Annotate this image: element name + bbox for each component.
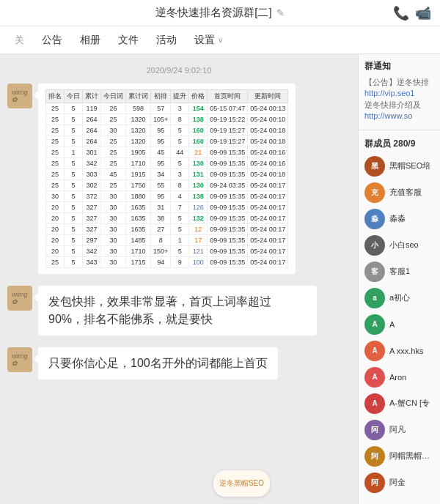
table-cell: 05-24 00:17 xyxy=(248,191,288,202)
header-title: 逆冬快速排名资源群[二] xyxy=(155,6,271,20)
table-cell: 119 xyxy=(83,103,101,114)
table-cell: 160 xyxy=(189,125,208,136)
member-name: A xyxy=(389,320,395,329)
phone-icon[interactable]: 📞 xyxy=(393,5,409,21)
member-avatar: a xyxy=(364,288,385,308)
table-cell: 20 xyxy=(46,224,65,235)
avatar-wimg-3: wimg✿ xyxy=(7,347,32,372)
table-cell: 21 xyxy=(189,147,208,158)
table-cell: 31 xyxy=(151,202,171,213)
table-cell: 1905 xyxy=(126,147,151,158)
table-cell: 09-19 15:27 xyxy=(208,125,248,136)
table-cell: 5 xyxy=(171,158,189,169)
sidebar-notice-content: 【公告】逆冬快排 http://vip.seo1 逆冬快排介绍及 http://… xyxy=(359,75,440,127)
sidebar-member-item[interactable]: AA-蟹CN [专 xyxy=(359,390,440,417)
text-bubble-2: 只要你信心足，100名开外的词都能上首页 xyxy=(38,347,278,379)
nav-activity[interactable]: 活动 xyxy=(147,28,186,53)
table-cell: 3 xyxy=(171,103,189,114)
table-cell: 30 xyxy=(101,235,126,246)
member-avatar: A xyxy=(364,393,385,414)
member-avatar: 黑 xyxy=(364,156,385,177)
table-cell: 25 xyxy=(46,257,65,268)
table-cell: 44 xyxy=(171,147,189,158)
sidebar-member-item[interactable]: AAron xyxy=(359,364,440,390)
table-cell: 95 xyxy=(151,191,171,202)
nav-announcement[interactable]: 公告 xyxy=(33,28,71,53)
table-cell: 05-24 00:10 xyxy=(248,114,288,125)
table-cell: 25 xyxy=(46,169,65,180)
navbar: 关 公告 相册 文件 活动 设置 ∨ xyxy=(0,26,440,54)
table-cell: 7 xyxy=(171,202,189,213)
nav-files[interactable]: 文件 xyxy=(109,28,147,53)
table-cell: 30 xyxy=(101,125,126,136)
table-cell: 121 xyxy=(189,246,208,257)
sidebar-member-item[interactable]: 充充值客服 xyxy=(359,179,440,206)
table-cell: 20 xyxy=(46,246,65,257)
table-cell: 09-09 15:35 xyxy=(208,213,248,224)
sidebar-member-item[interactable]: 阿阿帽黑帽SEO xyxy=(359,443,440,470)
brand-label: 逆冬黑帽SEO xyxy=(219,478,264,489)
table-cell: 09-09 15:35 xyxy=(208,246,248,257)
member-avatar: 充 xyxy=(364,182,385,203)
table-cell: 09-09 15:35 xyxy=(208,191,248,202)
table-cell: 5 xyxy=(171,136,189,147)
notice-link-2[interactable]: http://www.so xyxy=(364,111,412,120)
table-cell: 1 xyxy=(65,147,83,158)
sidebar-member-item[interactable]: 淼淼淼 xyxy=(359,206,440,232)
table-cell: 30 xyxy=(101,191,126,202)
member-name: 黑帽SEO培 xyxy=(389,160,430,171)
table-cell: 5 xyxy=(65,180,83,191)
table-cell: 20 xyxy=(46,235,65,246)
table-cell: 27 xyxy=(151,224,171,235)
member-avatar: 淼 xyxy=(364,209,385,229)
table-cell: 5 xyxy=(65,235,83,246)
table-bubble: 排名今日累计今日词累计词初排提升价格首页时间更新时间 2551192659857… xyxy=(38,84,296,274)
member-name: Aron xyxy=(389,373,406,382)
table-cell: 5 xyxy=(65,136,83,147)
sidebar-member-item[interactable]: 阿阿金 xyxy=(359,470,440,496)
member-name: a初心 xyxy=(389,292,410,303)
table-cell: 25 xyxy=(46,180,65,191)
table-cell: 138 xyxy=(189,191,208,202)
table-cell: 30 xyxy=(101,257,126,268)
sidebar-member-item[interactable]: 小小白seo xyxy=(359,232,440,259)
table-cell: 38 xyxy=(151,213,171,224)
table-cell: 09-09 15:35 xyxy=(208,169,248,180)
table-cell: 138 xyxy=(189,114,208,125)
nav-album[interactable]: 相册 xyxy=(71,28,109,53)
table-cell: 1750 xyxy=(126,180,151,191)
sidebar-member-item[interactable]: 客客服1 xyxy=(359,259,440,285)
table-cell: 05-24 00:18 xyxy=(248,169,288,180)
table-cell: 95 xyxy=(151,125,171,136)
table-cell: 1635 xyxy=(126,224,151,235)
sidebar-member-item[interactable]: aa初心 xyxy=(359,285,440,311)
notice-link-1[interactable]: http://vip.seo1 xyxy=(364,89,415,97)
table-cell: 5 xyxy=(171,125,189,136)
table-cell: 5 xyxy=(65,257,83,268)
table-cell: 130 xyxy=(189,158,208,169)
table-cell: 1710 xyxy=(126,246,151,257)
table-cell: 05-15 07:47 xyxy=(208,103,248,114)
table-cell: 598 xyxy=(126,103,151,114)
member-avatar: 客 xyxy=(364,262,385,282)
table-cell: 25 xyxy=(46,103,65,114)
member-avatar: 阿 xyxy=(364,472,385,493)
sidebar-member-item[interactable]: AA xyxy=(359,311,440,338)
table-cell: 17 xyxy=(189,235,208,246)
member-name: 阿凡 xyxy=(389,424,406,435)
sidebar-member-item[interactable]: 阿阿凡 xyxy=(359,417,440,443)
table-cell: 264 xyxy=(83,114,101,125)
chat-area[interactable]: 2020/9/24 9:02:10 wimg✿ 排名今日累计今日词累计词初排提升… xyxy=(0,54,358,504)
table-cell: 8 xyxy=(171,114,189,125)
table-cell: 55 xyxy=(151,180,171,191)
table-cell: 05-24 00:18 xyxy=(248,125,288,136)
table-cell: 20 xyxy=(46,202,65,213)
table-cell: 1320 xyxy=(126,136,151,147)
sidebar-member-item[interactable]: AA xxx.hks xyxy=(359,338,440,364)
video-icon[interactable]: 📹 xyxy=(415,5,431,21)
table-cell: 25 xyxy=(101,114,126,125)
sidebar-member-item[interactable]: 黑黑帽SEO培 xyxy=(359,153,440,179)
nav-back[interactable]: 关 xyxy=(6,28,33,53)
edit-icon[interactable]: ✎ xyxy=(276,7,285,18)
nav-settings[interactable]: 设置 ∨ xyxy=(186,28,232,53)
